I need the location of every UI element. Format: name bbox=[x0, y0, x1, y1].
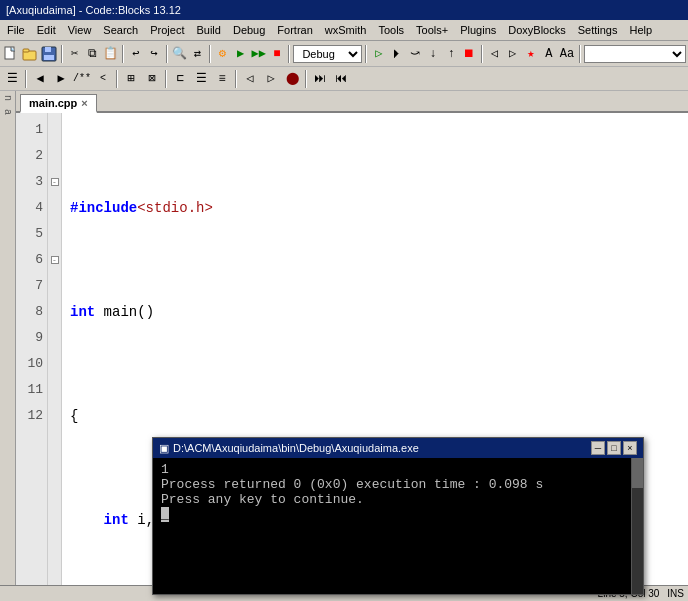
open-btn[interactable] bbox=[21, 44, 39, 64]
console-scroll-thumb[interactable] bbox=[632, 458, 643, 488]
toggle-left-panel[interactable]: ☰ bbox=[2, 69, 22, 89]
new-btn[interactable] bbox=[2, 44, 20, 64]
paste-btn[interactable]: 📋 bbox=[102, 44, 119, 64]
console-titlebar[interactable]: ▣ D:\ACM\Axuqiudaima\bin\Debug\Axuqiudai… bbox=[153, 438, 643, 458]
build-run-btn[interactable]: ▶▶ bbox=[250, 44, 267, 64]
sep11 bbox=[165, 70, 167, 88]
menu-item-help[interactable]: Help bbox=[624, 22, 657, 38]
unindent-btn[interactable]: ☰ bbox=[191, 69, 211, 89]
line-num-5: 5 bbox=[20, 221, 43, 247]
replace-btn[interactable]: ⇄ bbox=[189, 44, 206, 64]
menu-item-debug[interactable]: Debug bbox=[228, 22, 270, 38]
console-scrollbar[interactable] bbox=[631, 458, 643, 594]
tab-main-cpp[interactable]: main.cpp × bbox=[20, 94, 97, 113]
console-line-3: Press any key to continue. bbox=[161, 492, 621, 507]
view2-btn[interactable]: ⊠ bbox=[142, 69, 162, 89]
bkpt-toggle-btn[interactable]: ⬤ bbox=[282, 69, 302, 89]
title-text: [Axuqiudaima] - Code::Blocks 13.12 bbox=[6, 4, 181, 16]
find-btn[interactable]: 🔍 bbox=[171, 44, 188, 64]
console-cursor: _ bbox=[161, 507, 621, 522]
line-num-3: 3 bbox=[20, 169, 43, 195]
line-num-6: 6 bbox=[20, 247, 43, 273]
menu-item-doxyblocks[interactable]: DoxyBlocks bbox=[503, 22, 570, 38]
next-file-btn[interactable]: ▶ bbox=[51, 69, 71, 89]
bkpt-next-btn[interactable]: ▷ bbox=[261, 69, 281, 89]
console-minimize-btn[interactable]: ─ bbox=[591, 441, 605, 455]
console-maximize-btn[interactable]: □ bbox=[607, 441, 621, 455]
include-str: <stdio.h> bbox=[137, 200, 213, 216]
highlight-btn[interactable]: A bbox=[540, 44, 557, 64]
fold-btn[interactable]: ≡ bbox=[212, 69, 232, 89]
redo-btn[interactable]: ↪ bbox=[146, 44, 163, 64]
menu-item-wxsmith[interactable]: wxSmith bbox=[320, 22, 372, 38]
menu-item-project[interactable]: Project bbox=[145, 22, 189, 38]
include-kw: #include bbox=[70, 200, 137, 216]
collapse-marker-3[interactable]: - bbox=[48, 169, 61, 195]
build-target-dropdown[interactable]: Debug bbox=[293, 45, 362, 63]
comment2-btn[interactable]: < bbox=[93, 69, 113, 89]
comment-btn[interactable]: /** bbox=[72, 69, 92, 89]
int-kw-2: int bbox=[70, 304, 95, 320]
prev-file-btn[interactable]: ◀ bbox=[30, 69, 50, 89]
debug-next-btn[interactable]: ⤻ bbox=[406, 44, 423, 64]
menu-item-fortran[interactable]: Fortran bbox=[272, 22, 317, 38]
menu-item-view[interactable]: View bbox=[63, 22, 97, 38]
jump2-btn[interactable]: ⏮ bbox=[331, 69, 351, 89]
nav-back-btn[interactable]: ◁ bbox=[486, 44, 503, 64]
save-btn[interactable] bbox=[40, 44, 58, 64]
sep2 bbox=[122, 45, 124, 63]
console-close-btn[interactable]: × bbox=[623, 441, 637, 455]
copy-btn[interactable]: ⧉ bbox=[84, 44, 101, 64]
bkpt-prev-btn[interactable]: ◁ bbox=[240, 69, 260, 89]
nav-fwd-btn[interactable]: ▷ bbox=[504, 44, 521, 64]
line-num-8: 8 bbox=[20, 299, 43, 325]
sep13 bbox=[305, 70, 307, 88]
svg-rect-5 bbox=[44, 55, 54, 60]
debug-stop-btn[interactable]: ⏹ bbox=[461, 44, 478, 64]
collapse-marker-6[interactable]: - bbox=[48, 247, 61, 273]
search-dropdown[interactable] bbox=[584, 45, 686, 63]
sep9 bbox=[25, 70, 27, 88]
menu-item-tools[interactable]: Tools bbox=[373, 22, 409, 38]
sep4 bbox=[209, 45, 211, 63]
code-line-3: { bbox=[70, 403, 680, 429]
left-sidebar: n a bbox=[0, 91, 16, 601]
console-body: 1 Process returned 0 (0x0) execution tim… bbox=[153, 458, 643, 594]
line-num-7: 7 bbox=[20, 273, 43, 299]
indent-btn[interactable]: ⊏ bbox=[170, 69, 190, 89]
jump-btn[interactable]: ⏭ bbox=[310, 69, 330, 89]
menu-item-file[interactable]: File bbox=[2, 22, 30, 38]
debug-btn[interactable]: ▷ bbox=[370, 44, 387, 64]
debug-run-btn[interactable]: ⏵ bbox=[388, 44, 405, 64]
run-btn[interactable]: ▶ bbox=[232, 44, 249, 64]
sidebar-toggle-icon[interactable]: n a bbox=[2, 95, 13, 116]
sep5 bbox=[288, 45, 290, 63]
stop-btn[interactable]: ■ bbox=[268, 44, 285, 64]
build-btn[interactable]: ⚙ bbox=[214, 44, 231, 64]
sep7 bbox=[481, 45, 483, 63]
menu-item-tools-plus[interactable]: Tools+ bbox=[411, 22, 453, 38]
console-window: ▣ D:\ACM\Axuqiudaima\bin\Debug\Axuqiudai… bbox=[152, 437, 644, 595]
collapse-gutter: - - bbox=[48, 113, 62, 601]
menu-item-plugins[interactable]: Plugins bbox=[455, 22, 501, 38]
code-line-1: #include<stdio.h> bbox=[70, 195, 680, 221]
menu-item-build[interactable]: Build bbox=[191, 22, 225, 38]
debug-step-btn[interactable]: ↓ bbox=[425, 44, 442, 64]
tab-close-btn[interactable]: × bbox=[81, 97, 87, 109]
screenshot-btn[interactable]: ⊞ bbox=[121, 69, 141, 89]
aa-btn[interactable]: Aa bbox=[558, 44, 575, 64]
status-mode: INS bbox=[667, 588, 684, 599]
menu-item-edit[interactable]: Edit bbox=[32, 22, 61, 38]
console-line-2: Process returned 0 (0x0) execution time … bbox=[161, 477, 621, 492]
line-num-12: 12 bbox=[20, 403, 43, 429]
cut-btn[interactable]: ✂ bbox=[66, 44, 83, 64]
undo-btn[interactable]: ↩ bbox=[127, 44, 144, 64]
console-window-buttons: ─ □ × bbox=[591, 441, 637, 455]
sep3 bbox=[166, 45, 168, 63]
debug-out-btn[interactable]: ↑ bbox=[443, 44, 460, 64]
menu-item-search[interactable]: Search bbox=[98, 22, 143, 38]
code-line-2: int main() bbox=[70, 299, 680, 325]
bookmark-btn[interactable]: ★ bbox=[522, 44, 539, 64]
svg-rect-4 bbox=[45, 47, 51, 52]
menu-item-settings[interactable]: Settings bbox=[573, 22, 623, 38]
